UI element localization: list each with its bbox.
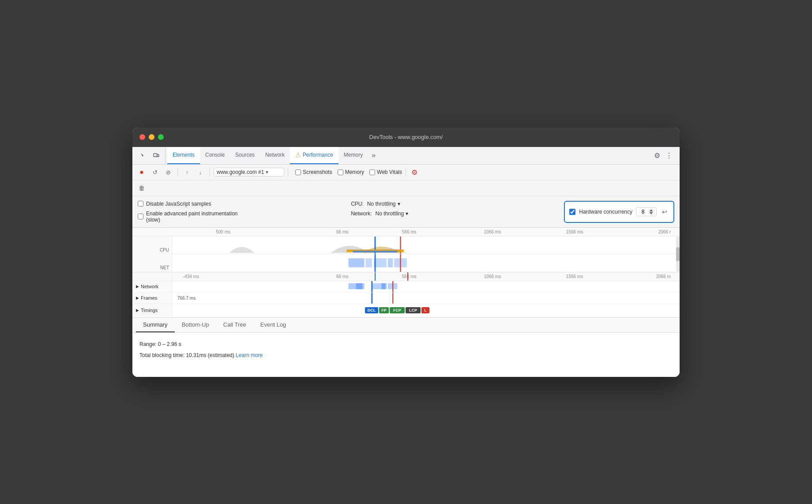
timing-dcl: DCL: [365, 307, 378, 313]
screenshots-checkbox[interactable]: [295, 169, 301, 175]
timeline-scrollbar-thumb[interactable]: [676, 247, 680, 261]
tab-call-tree[interactable]: Call Tree: [216, 318, 253, 332]
track-timings-text: Timings: [141, 308, 158, 313]
cpu-label: CPU:: [351, 201, 364, 207]
maximize-button[interactable]: [158, 134, 164, 140]
settings-icon-btn[interactable]: ⚙: [652, 150, 662, 162]
tab-console[interactable]: Console: [200, 147, 230, 164]
cpu-throttle-select[interactable]: No throttling ▾: [367, 201, 400, 207]
timeline-ruler: 500 ms 66 ms 566 ms 1066 ms 1566 ms 2066…: [132, 228, 680, 237]
tab-performance[interactable]: ⚠ Performance: [290, 147, 338, 164]
tab-network[interactable]: Network: [260, 147, 290, 164]
net-chart-area: [172, 254, 680, 272]
web-vitals-checkbox[interactable]: [369, 169, 375, 175]
web-vitals-checkbox-group[interactable]: Web Vitals: [369, 169, 402, 175]
download-btn[interactable]: ↓: [195, 166, 206, 178]
hw-concurrency-input[interactable]: 8: [636, 208, 656, 216]
tab-summary[interactable]: Summary: [136, 318, 175, 332]
close-button[interactable]: [139, 134, 145, 140]
track-frames-arrow: ▶: [136, 296, 139, 300]
track-frames-label[interactable]: ▶ Frames: [132, 293, 172, 304]
ruler-tick-566: 566 ms: [402, 229, 417, 234]
toolbar-divider-4: [406, 168, 406, 177]
settings-section: Disable JavaScript samples Enable advanc…: [132, 196, 680, 228]
network-track-svg: [172, 281, 680, 292]
tab-elements[interactable]: Elements: [167, 147, 200, 164]
svg-rect-16: [381, 283, 387, 289]
settings-right: CPU: No throttling ▾ Network: No throttl…: [351, 201, 564, 223]
ruler2-tick-2066: 2066 m: [656, 274, 671, 279]
cpu-dropdown-icon: ▾: [398, 201, 400, 207]
timeline-chart-area: CPU NET: [132, 237, 680, 272]
trash-btn[interactable]: 🗑: [136, 182, 147, 194]
url-value: www.google.com #1: [217, 169, 264, 175]
more-options-btn[interactable]: ⋮: [664, 150, 674, 162]
disable-js-checkbox[interactable]: [138, 201, 143, 207]
track-timings-arrow: ▶: [136, 308, 139, 312]
url-selector[interactable]: www.google.com #1 ▾: [214, 168, 284, 177]
cursor-icon-btn[interactable]: [137, 149, 149, 162]
titlebar: DevTools - www.google.com/: [132, 128, 680, 147]
timeline-scrollbar[interactable]: [676, 237, 680, 272]
ruler2-tick-566: 566 ms: [402, 274, 417, 279]
cpu-chart-area: [172, 237, 680, 254]
track-frames-content: 766.7 ms: [172, 293, 680, 304]
traffic-lights: [139, 134, 164, 140]
ruler-tick-500: 500 ms: [216, 229, 230, 234]
ruler-tick-1566: 1566 ms: [566, 229, 583, 234]
screenshots-checkbox-group[interactable]: Screenshots: [295, 169, 332, 175]
cpu-chart-svg: [172, 237, 680, 254]
hw-concurrency-reset-btn[interactable]: ↩: [660, 207, 669, 216]
tab-bottom-up[interactable]: Bottom-Up: [175, 318, 216, 332]
timing-lcp: LCP: [406, 307, 421, 313]
stop-btn[interactable]: ⊘: [162, 166, 174, 178]
memory-checkbox[interactable]: [338, 169, 343, 175]
tab-bar-actions: ⚙ ⋮: [652, 150, 678, 162]
range-text: Range: 0 – 2.96 s Total blocking time: 1…: [139, 340, 673, 361]
cpu-throttle-row: CPU: No throttling ▾: [351, 201, 564, 207]
bottom-content: Range: 0 – 2.96 s Total blocking time: 1…: [132, 333, 680, 377]
devtools-body: Elements Console Sources Network ⚠ Perfo…: [132, 147, 680, 377]
tab-sources-label: Sources: [235, 152, 255, 158]
minimize-button[interactable]: [149, 134, 154, 140]
cpu-network-section: CPU: No throttling ▾ Network: No throttl…: [351, 201, 564, 217]
track-timings-label[interactable]: ▶ Timings: [132, 304, 172, 317]
memory-checkbox-group[interactable]: Memory: [338, 169, 364, 175]
track-network-label[interactable]: ▶ Network: [132, 281, 172, 292]
upload-btn[interactable]: ↑: [181, 166, 193, 178]
device-toggle-btn[interactable]: [150, 149, 162, 162]
hw-concurrency-checkbox[interactable]: [569, 209, 575, 215]
toolbar-2: 🗑: [132, 181, 680, 196]
window-title: DevTools - www.google.com/: [369, 134, 443, 140]
tab-memory[interactable]: Memory: [338, 147, 368, 164]
ruler2-tick-1566: 1566 ms: [566, 274, 583, 279]
record-btn[interactable]: ●: [136, 166, 147, 178]
web-vitals-label: Web Vitals: [377, 169, 402, 175]
net-label-side: NET: [132, 254, 172, 272]
frames-track-svg: [172, 293, 680, 304]
learn-more-link[interactable]: Learn more: [236, 352, 263, 358]
hw-concurrency-input-wrap: 8: [636, 207, 657, 216]
network-throttle-select[interactable]: No throttling ▾: [375, 211, 408, 217]
more-tabs-btn[interactable]: »: [368, 147, 379, 164]
track-network-arrow: ▶: [136, 284, 139, 289]
net-chart-svg: [172, 254, 680, 272]
svg-rect-6: [349, 258, 365, 267]
svg-rect-7: [365, 258, 372, 267]
settings-gear-btn[interactable]: ⚙: [410, 166, 419, 178]
track-timings: ▶ Timings DCL FP FCP LCP L: [132, 304, 680, 317]
devtools-window: DevTools - www.google.com/ Elem: [132, 128, 680, 377]
timeline-chart: [172, 237, 680, 272]
track-network-content: [172, 281, 680, 292]
network-dropdown-icon: ▾: [406, 211, 408, 217]
settings-left: Disable JavaScript samples Enable advanc…: [138, 201, 351, 223]
tab-event-log[interactable]: Event Log: [253, 318, 293, 332]
hw-concurrency-box: Hardware concurrency 8 ↩: [564, 201, 674, 223]
enable-paint-checkbox[interactable]: [138, 214, 143, 219]
reload-btn[interactable]: ↺: [149, 166, 161, 178]
tab-elements-label: Elements: [173, 152, 195, 158]
tab-sources[interactable]: Sources: [230, 147, 260, 164]
cpu-throttle-value: No throttling: [367, 201, 396, 207]
toolbar-divider-3: [288, 168, 288, 177]
track-frames-text: Frames: [141, 295, 157, 301]
